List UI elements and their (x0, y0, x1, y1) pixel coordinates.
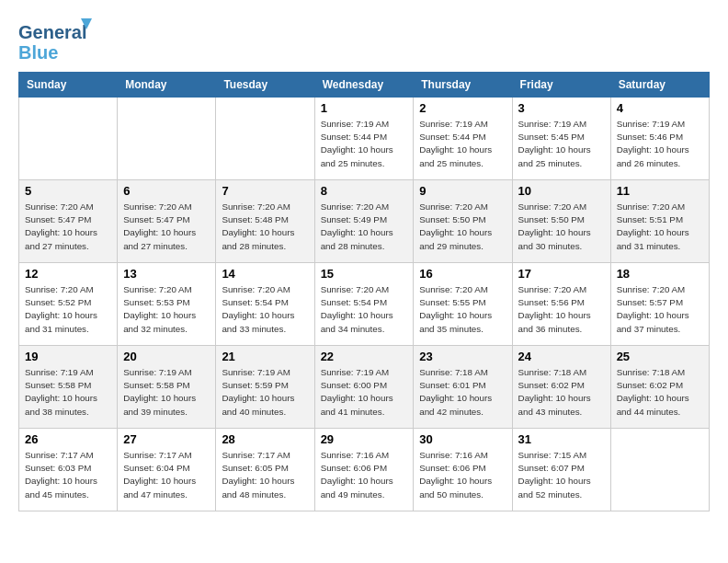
page-header: GeneralBlue (18, 18, 710, 63)
day-number: 2 (419, 101, 506, 115)
day-info: Sunrise: 7:19 AM Sunset: 6:00 PM Dayligh… (321, 366, 408, 419)
calendar-cell: 27Sunrise: 7:17 AM Sunset: 6:04 PM Dayli… (118, 429, 216, 511)
calendar-cell: 28Sunrise: 7:17 AM Sunset: 6:05 PM Dayli… (216, 429, 314, 511)
calendar-cell (610, 429, 709, 511)
calendar-cell: 12Sunrise: 7:20 AM Sunset: 5:52 PM Dayli… (19, 263, 118, 346)
day-info: Sunrise: 7:16 AM Sunset: 6:06 PM Dayligh… (321, 449, 408, 501)
day-number: 14 (222, 267, 308, 281)
calendar-cell: 25Sunrise: 7:18 AM Sunset: 6:02 PM Dayli… (610, 346, 709, 429)
day-info: Sunrise: 7:20 AM Sunset: 5:47 PM Dayligh… (123, 201, 210, 253)
col-header-friday: Friday (512, 73, 610, 98)
day-number: 1 (321, 101, 408, 115)
day-info: Sunrise: 7:20 AM Sunset: 5:48 PM Dayligh… (222, 201, 308, 253)
calendar-cell (216, 98, 314, 180)
calendar-table: SundayMondayTuesdayWednesdayThursdayFrid… (18, 72, 710, 511)
calendar-cell: 30Sunrise: 7:16 AM Sunset: 6:06 PM Dayli… (414, 429, 512, 511)
calendar-cell: 20Sunrise: 7:19 AM Sunset: 5:58 PM Dayli… (118, 346, 216, 429)
day-number: 26 (25, 432, 111, 446)
calendar-cell: 2Sunrise: 7:19 AM Sunset: 5:44 PM Daylig… (414, 98, 512, 180)
day-info: Sunrise: 7:20 AM Sunset: 5:47 PM Dayligh… (25, 201, 111, 253)
day-number: 18 (617, 267, 703, 281)
day-info: Sunrise: 7:19 AM Sunset: 5:58 PM Dayligh… (25, 366, 111, 419)
day-number: 29 (321, 432, 408, 446)
day-number: 6 (123, 184, 210, 198)
calendar-cell: 17Sunrise: 7:20 AM Sunset: 5:56 PM Dayli… (512, 263, 610, 346)
calendar-cell (19, 98, 118, 180)
calendar-week-row: 26Sunrise: 7:17 AM Sunset: 6:03 PM Dayli… (19, 429, 710, 511)
day-number: 24 (518, 350, 605, 363)
day-number: 4 (617, 101, 703, 115)
day-info: Sunrise: 7:17 AM Sunset: 6:04 PM Dayligh… (123, 449, 210, 501)
day-number: 15 (321, 267, 408, 281)
day-info: Sunrise: 7:18 AM Sunset: 6:02 PM Dayligh… (518, 366, 605, 419)
day-number: 16 (419, 267, 506, 281)
logo: GeneralBlue (18, 18, 101, 63)
day-number: 30 (419, 432, 506, 446)
calendar-cell: 23Sunrise: 7:18 AM Sunset: 6:01 PM Dayli… (414, 346, 512, 429)
day-number: 12 (25, 267, 111, 281)
calendar-week-row: 5Sunrise: 7:20 AM Sunset: 5:47 PM Daylig… (19, 180, 710, 263)
calendar-cell: 19Sunrise: 7:19 AM Sunset: 5:58 PM Dayli… (19, 346, 118, 429)
calendar-cell: 10Sunrise: 7:20 AM Sunset: 5:50 PM Dayli… (512, 180, 610, 263)
calendar-cell: 3Sunrise: 7:19 AM Sunset: 5:45 PM Daylig… (512, 98, 610, 180)
calendar-cell: 15Sunrise: 7:20 AM Sunset: 5:54 PM Dayli… (314, 263, 414, 346)
day-info: Sunrise: 7:18 AM Sunset: 6:01 PM Dayligh… (419, 366, 506, 419)
day-number: 27 (123, 432, 210, 446)
day-number: 31 (518, 432, 605, 446)
day-number: 13 (123, 267, 210, 281)
calendar-cell: 1Sunrise: 7:19 AM Sunset: 5:44 PM Daylig… (314, 98, 414, 180)
col-header-wednesday: Wednesday (314, 73, 414, 98)
calendar-cell: 7Sunrise: 7:20 AM Sunset: 5:48 PM Daylig… (216, 180, 314, 263)
logo-svg: GeneralBlue (18, 18, 101, 63)
day-number: 20 (123, 350, 210, 363)
calendar-week-row: 1Sunrise: 7:19 AM Sunset: 5:44 PM Daylig… (19, 98, 710, 180)
day-number: 22 (321, 350, 408, 363)
day-number: 25 (617, 350, 703, 363)
day-number: 21 (222, 350, 308, 363)
day-info: Sunrise: 7:20 AM Sunset: 5:50 PM Dayligh… (419, 201, 506, 253)
calendar-cell: 5Sunrise: 7:20 AM Sunset: 5:47 PM Daylig… (19, 180, 118, 263)
day-info: Sunrise: 7:17 AM Sunset: 6:05 PM Dayligh… (222, 449, 308, 501)
col-header-thursday: Thursday (414, 73, 512, 98)
calendar-cell: 16Sunrise: 7:20 AM Sunset: 5:55 PM Dayli… (414, 263, 512, 346)
calendar-cell: 29Sunrise: 7:16 AM Sunset: 6:06 PM Dayli… (314, 429, 414, 511)
day-number: 23 (419, 350, 506, 363)
calendar-week-row: 12Sunrise: 7:20 AM Sunset: 5:52 PM Dayli… (19, 263, 710, 346)
day-info: Sunrise: 7:20 AM Sunset: 5:56 PM Dayligh… (518, 283, 605, 336)
day-number: 10 (518, 184, 605, 198)
day-number: 17 (518, 267, 605, 281)
day-info: Sunrise: 7:20 AM Sunset: 5:53 PM Dayligh… (123, 283, 210, 336)
calendar-cell: 6Sunrise: 7:20 AM Sunset: 5:47 PM Daylig… (118, 180, 216, 263)
day-number: 7 (222, 184, 308, 198)
calendar-cell: 8Sunrise: 7:20 AM Sunset: 5:49 PM Daylig… (314, 180, 414, 263)
day-number: 9 (419, 184, 506, 198)
day-info: Sunrise: 7:19 AM Sunset: 5:44 PM Dayligh… (419, 118, 506, 170)
day-info: Sunrise: 7:19 AM Sunset: 5:46 PM Dayligh… (617, 118, 703, 170)
calendar-cell: 11Sunrise: 7:20 AM Sunset: 5:51 PM Dayli… (610, 180, 709, 263)
day-number: 28 (222, 432, 308, 446)
day-info: Sunrise: 7:20 AM Sunset: 5:54 PM Dayligh… (222, 283, 308, 336)
day-info: Sunrise: 7:16 AM Sunset: 6:06 PM Dayligh… (419, 449, 506, 501)
day-info: Sunrise: 7:20 AM Sunset: 5:57 PM Dayligh… (617, 283, 703, 336)
day-number: 8 (321, 184, 408, 198)
calendar-cell: 21Sunrise: 7:19 AM Sunset: 5:59 PM Dayli… (216, 346, 314, 429)
day-info: Sunrise: 7:20 AM Sunset: 5:51 PM Dayligh… (617, 201, 703, 253)
svg-text:General: General (18, 22, 86, 42)
calendar-cell: 24Sunrise: 7:18 AM Sunset: 6:02 PM Dayli… (512, 346, 610, 429)
day-info: Sunrise: 7:19 AM Sunset: 5:59 PM Dayligh… (222, 366, 308, 419)
calendar-cell: 4Sunrise: 7:19 AM Sunset: 5:46 PM Daylig… (610, 98, 709, 180)
calendar-cell (118, 98, 216, 180)
calendar-cell: 13Sunrise: 7:20 AM Sunset: 5:53 PM Dayli… (118, 263, 216, 346)
day-info: Sunrise: 7:20 AM Sunset: 5:54 PM Dayligh… (321, 283, 408, 336)
day-info: Sunrise: 7:17 AM Sunset: 6:03 PM Dayligh… (25, 449, 111, 501)
day-number: 11 (617, 184, 703, 198)
day-number: 19 (25, 350, 111, 363)
day-info: Sunrise: 7:19 AM Sunset: 5:44 PM Dayligh… (321, 118, 408, 170)
calendar-cell: 18Sunrise: 7:20 AM Sunset: 5:57 PM Dayli… (610, 263, 709, 346)
day-number: 3 (518, 101, 605, 115)
day-info: Sunrise: 7:20 AM Sunset: 5:52 PM Dayligh… (25, 283, 111, 336)
calendar-week-row: 19Sunrise: 7:19 AM Sunset: 5:58 PM Dayli… (19, 346, 710, 429)
calendar-cell: 9Sunrise: 7:20 AM Sunset: 5:50 PM Daylig… (414, 180, 512, 263)
day-info: Sunrise: 7:19 AM Sunset: 5:58 PM Dayligh… (123, 366, 210, 419)
day-info: Sunrise: 7:18 AM Sunset: 6:02 PM Dayligh… (617, 366, 703, 419)
